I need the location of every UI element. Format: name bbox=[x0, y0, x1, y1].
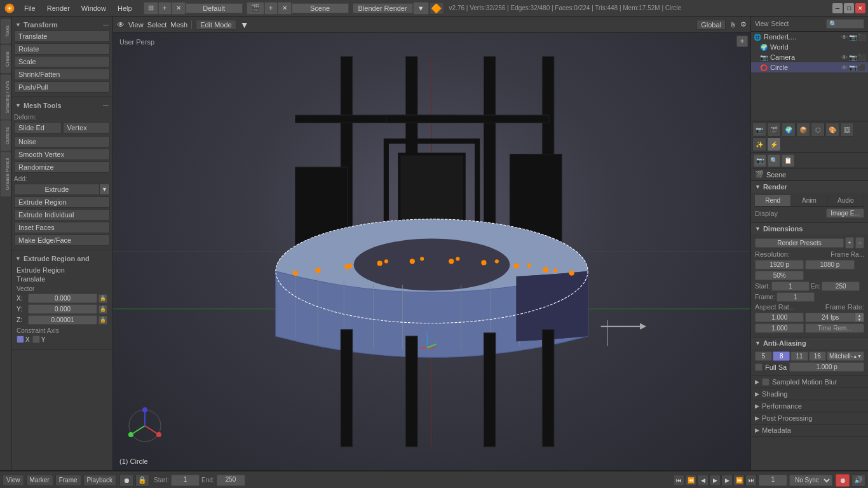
smooth-vertex-btn[interactable]: Smooth Vertex bbox=[14, 149, 110, 160]
camera-camera-btn[interactable]: 📷 bbox=[849, 54, 857, 61]
extrude-main-btn[interactable]: Extrude bbox=[14, 184, 100, 195]
circle-camera-btn[interactable]: 📷 bbox=[849, 64, 857, 71]
render-camera-btn[interactable]: 📷 bbox=[849, 34, 857, 41]
metadata-section[interactable]: ▶ Metadata bbox=[751, 424, 868, 437]
outliner-item-circle[interactable]: ⭕ Circle 👁 📷 ⬛ bbox=[751, 62, 868, 72]
res-x-input[interactable]: 1920 p bbox=[755, 260, 804, 269]
props-tab-mesh[interactable]: ⬡ bbox=[811, 123, 825, 137]
global-local-btn[interactable]: Global bbox=[696, 20, 726, 30]
aa-btn-8[interactable]: 8 bbox=[773, 351, 790, 361]
start-val-dims[interactable]: 1 bbox=[771, 281, 810, 291]
shrink-fatten-btn[interactable]: Shrink/Fatten bbox=[14, 69, 110, 80]
window-maximize-btn[interactable]: □ bbox=[844, 3, 854, 13]
sampled-motion-checkbox[interactable] bbox=[762, 378, 770, 386]
sync-select[interactable]: No Sync bbox=[789, 475, 832, 486]
vertex-btn[interactable]: Vertex bbox=[63, 122, 111, 133]
viewport-canvas[interactable]: User Persp + bbox=[113, 33, 750, 470]
extrude-region-header[interactable]: ▼ Extrude Region and bbox=[14, 253, 110, 264]
frame-val-dims[interactable]: 1 bbox=[776, 292, 815, 302]
y-value[interactable]: 0.000 bbox=[28, 304, 97, 314]
extrude-arrow-btn[interactable]: ▼ bbox=[100, 184, 110, 195]
editor-close-btn[interactable]: ✕ bbox=[172, 2, 186, 15]
tl-jump-start[interactable]: ⏮ bbox=[673, 475, 684, 486]
timeline-keyframe-btn[interactable]: 🔒 bbox=[135, 474, 149, 487]
fps-arrows[interactable]: ▲ ▼ bbox=[855, 313, 864, 322]
timeline-marker-btn[interactable]: Marker bbox=[26, 475, 53, 486]
shading-section[interactable]: ▶ Shading bbox=[751, 388, 868, 400]
render-sel-btn[interactable]: ⬛ bbox=[858, 34, 865, 41]
viewport-options-btn[interactable]: ▼ bbox=[240, 20, 249, 30]
aa-ratio-input[interactable]: 1.000 p bbox=[789, 362, 864, 372]
timeline-view-btn[interactable]: View bbox=[3, 475, 24, 486]
x-value[interactable]: 0.000 bbox=[28, 294, 97, 303]
performance-section[interactable]: ▶ Performance bbox=[751, 400, 868, 412]
scene-close-btn[interactable]: ✕ bbox=[278, 2, 292, 15]
translate-btn[interactable]: Translate bbox=[14, 30, 110, 42]
end-val-dims[interactable]: 250 bbox=[822, 281, 860, 291]
outliner-item-camera[interactable]: 📷 Camera 👁 📷 ⬛ bbox=[751, 52, 868, 62]
scale-btn[interactable]: Scale bbox=[14, 56, 110, 67]
tl-next-frame[interactable]: ⏩ bbox=[733, 475, 745, 486]
vert-tab-tools[interactable]: Tools bbox=[1, 19, 11, 44]
outliner-search[interactable] bbox=[826, 19, 864, 29]
props-tab-particles[interactable]: ✨ bbox=[752, 137, 766, 151]
noise-btn[interactable]: Noise bbox=[14, 136, 110, 147]
outliner-select-btn[interactable]: Select bbox=[771, 20, 789, 27]
viewport-icon-1[interactable]: 🖱 bbox=[729, 21, 736, 29]
z-lock[interactable]: 🔒 bbox=[98, 316, 107, 325]
extrude-region-btn[interactable]: Extrude Region bbox=[14, 196, 110, 208]
props-tab-object[interactable]: 📦 bbox=[796, 123, 810, 137]
outliner-view-btn[interactable]: View bbox=[755, 20, 769, 27]
render-engine-dropdown[interactable]: ▼ bbox=[413, 2, 429, 15]
camera-eye-btn[interactable]: 👁 bbox=[841, 54, 848, 61]
vert-tab-shading[interactable]: Shading / UVs bbox=[1, 74, 11, 119]
render-presets-btn[interactable]: Render Presets bbox=[755, 238, 844, 248]
props-tab-material[interactable]: 🎨 bbox=[825, 123, 839, 137]
props-tab-render[interactable]: 📷 bbox=[752, 123, 766, 137]
dimensions-header[interactable]: ▼ Dimensions bbox=[751, 223, 868, 234]
circle-eye-btn[interactable]: 👁 bbox=[841, 64, 848, 71]
extrude-individual-btn[interactable]: Extrude Individual bbox=[14, 209, 110, 220]
render-presets-remove[interactable]: − bbox=[855, 237, 864, 248]
fps-value[interactable]: 24 fps bbox=[805, 313, 855, 322]
props-icon-render[interactable]: 📷 bbox=[754, 154, 766, 167]
display-value[interactable]: Image E... bbox=[826, 208, 864, 218]
slide-edge-btn[interactable]: Slide Ed bbox=[14, 122, 62, 133]
scene-icon-btn[interactable]: 🎬 bbox=[247, 2, 264, 15]
asp-y-input[interactable]: 1.000 bbox=[755, 323, 804, 333]
aa-btn-5[interactable]: 5 bbox=[755, 351, 772, 361]
window-close-btn[interactable]: ✕ bbox=[855, 3, 865, 13]
vert-tab-options[interactable]: Options bbox=[1, 121, 11, 151]
aa-btn-16[interactable]: 16 bbox=[809, 351, 826, 361]
rend-tab[interactable]: Rend bbox=[755, 195, 791, 206]
res-pct-input[interactable]: 50% bbox=[755, 271, 804, 280]
scene-add-btn[interactable]: + bbox=[264, 2, 278, 15]
vert-tab-grease[interactable]: Grease Pencil bbox=[1, 152, 11, 196]
props-icon-all[interactable]: 📋 bbox=[782, 154, 794, 167]
tl-prev-key[interactable]: ◀ bbox=[697, 475, 709, 486]
res-y-input[interactable]: 1080 p bbox=[805, 260, 854, 269]
start-frame-field[interactable]: 1 bbox=[171, 475, 200, 486]
outliner-item-render[interactable]: 🌐 RenderL... 👁 📷 ⬛ bbox=[751, 32, 868, 42]
asp-x-input[interactable]: 1.000 bbox=[755, 313, 804, 322]
mesh-menu[interactable]: Mesh bbox=[170, 21, 187, 29]
circle-sel-btn[interactable]: ⬛ bbox=[858, 64, 865, 71]
props-tab-texture[interactable]: 🖼 bbox=[840, 123, 854, 137]
vert-tab-create[interactable]: Create bbox=[1, 45, 11, 73]
menu-file[interactable]: File bbox=[19, 3, 41, 13]
render-eye-btn[interactable]: 👁 bbox=[841, 34, 848, 41]
viewport-mode-btn[interactable]: Edit Mode bbox=[196, 20, 236, 30]
inset-faces-btn[interactable]: Inset Faces bbox=[14, 222, 110, 233]
make-edge-face-btn[interactable]: Make Edge/Face bbox=[14, 234, 110, 246]
timeline-record-btn[interactable]: ⏺ bbox=[119, 474, 133, 487]
anim-tab[interactable]: Anim bbox=[791, 195, 827, 206]
end-frame-field[interactable]: 250 bbox=[217, 475, 245, 486]
tl-play[interactable]: ▶ bbox=[709, 475, 721, 486]
timeline-audio-btn[interactable]: 🔊 bbox=[851, 474, 865, 487]
tl-next-key[interactable]: ▶ bbox=[721, 475, 733, 486]
sampled-motion-blur-section[interactable]: ▶ Sampled Motion Blur bbox=[751, 376, 868, 388]
view-menu[interactable]: View bbox=[128, 21, 144, 29]
aa-btn-11[interactable]: 11 bbox=[790, 351, 808, 361]
y-lock[interactable]: 🔒 bbox=[98, 305, 107, 314]
render-presets-add[interactable]: + bbox=[845, 237, 854, 248]
